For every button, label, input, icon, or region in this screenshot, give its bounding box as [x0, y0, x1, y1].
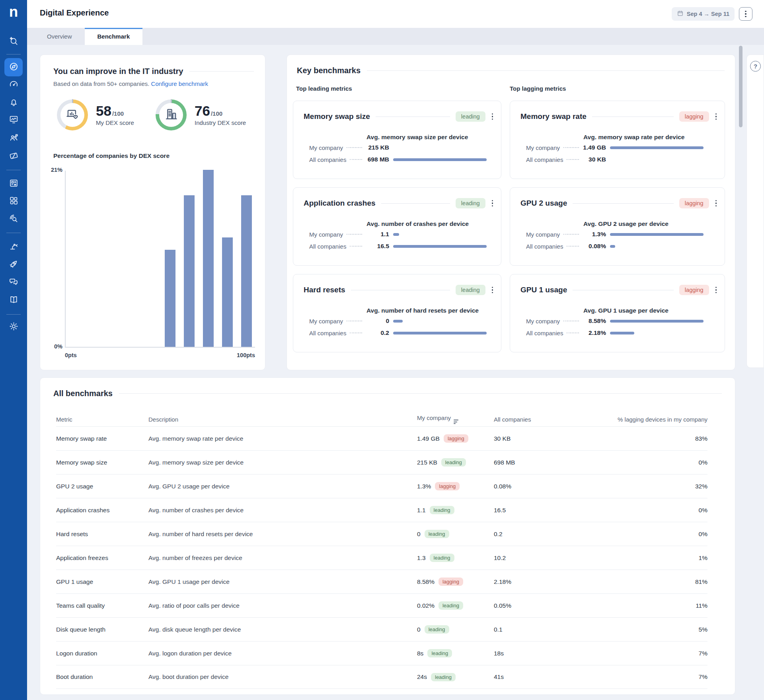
all-companies-cell: 0.2 — [494, 531, 613, 538]
all-companies-cell: 0.05% — [494, 602, 613, 609]
buildings-icon — [164, 107, 179, 123]
all-benchmarks-title: All benchmarks — [53, 389, 113, 398]
company-label: All companies — [526, 330, 563, 336]
card-kebab-menu-button[interactable] — [491, 199, 494, 207]
metric-card-subtitle: Avg. GPU 2 usage per device — [583, 220, 668, 228]
status-badge: lagging — [439, 578, 463, 586]
sidebar-item-grid-dashboard[interactable] — [4, 175, 23, 193]
divider — [367, 70, 725, 71]
metric-card: Application crashesleadingAvg. number of… — [293, 187, 501, 266]
sidebar-item-tiles-apps[interactable] — [4, 192, 23, 210]
sidebar-item-monitor-chart[interactable] — [4, 111, 23, 129]
pct-lagging-cell: 0% — [613, 507, 707, 514]
chart-bar — [203, 170, 214, 347]
sidebar-item-campaigns-card[interactable] — [4, 147, 23, 165]
improve-summary-panel: You can improve in the IT industry Based… — [40, 54, 265, 370]
chart-bar — [184, 195, 195, 347]
metric-name-cell: Hard resets — [56, 531, 148, 538]
pct-lagging-cell: 7% — [613, 650, 707, 657]
sidebar-item-automation-robot[interactable] — [4, 237, 23, 256]
sidebar-item-gauge[interactable] — [4, 76, 23, 94]
sidebar-item-search-ai[interactable] — [4, 33, 23, 51]
metric-card-subtitle: Avg. number of crashes per device — [366, 220, 469, 228]
column-header--lagging-devices-in-my-company: % lagging devices in my company — [613, 416, 707, 423]
my-company-cell: 1.49 GBlagging — [417, 434, 494, 443]
metric-name-cell: Teams call quality — [56, 602, 148, 609]
kebab-icon — [492, 113, 493, 120]
sidebar-item-radar-search[interactable] — [4, 210, 23, 228]
divider — [381, 203, 450, 204]
value-bar — [610, 320, 704, 323]
kebab-icon — [715, 113, 717, 120]
dotted-leader — [563, 147, 579, 148]
description-cell: Avg. number of crashes per device — [148, 507, 417, 514]
benchmark-row-disk-queue-length: Disk queue lengthAvg. disk queue length … — [56, 617, 707, 641]
company-label: My company — [526, 318, 560, 325]
kebab-icon — [715, 200, 717, 206]
automation-robot-icon — [9, 241, 19, 253]
sidebar-divider — [6, 233, 21, 233]
header-kebab-menu-button[interactable] — [739, 7, 752, 21]
company-label: My company — [526, 231, 560, 238]
pct-lagging-cell: 1% — [613, 554, 707, 562]
date-range-picker[interactable]: Sep 4 → Sep 11 — [672, 7, 735, 21]
card-kebab-menu-button[interactable] — [715, 199, 717, 207]
nexthink-logo[interactable]: n — [0, 3, 27, 21]
sidebar-item-library-book[interactable] — [4, 291, 23, 309]
column-heading: Top lagging metrics — [510, 85, 566, 92]
sidebar-item-chat-bubbles[interactable] — [4, 273, 23, 292]
kebab-icon — [745, 11, 746, 17]
metric-card-title: GPU 2 usage — [520, 199, 567, 208]
benchmark-source-text: Based on data from 50+ companies. — [53, 80, 149, 87]
dotted-leader — [350, 246, 362, 247]
key-benchmarks-panel: Key benchmarks Top leading metricsMemory… — [286, 54, 735, 370]
card-kebab-menu-button[interactable] — [491, 113, 494, 121]
dotted-leader — [347, 321, 362, 321]
sidebar-item-rocket[interactable] — [4, 255, 23, 274]
sidebar-item-settings-gear[interactable] — [4, 318, 23, 336]
value-bar — [393, 320, 403, 323]
all-companies-cell: 0.08% — [494, 483, 613, 490]
people-presentation-icon — [9, 133, 19, 144]
metric-name-cell: Memory swap rate — [56, 435, 148, 442]
column-heading: Top leading metrics — [296, 85, 352, 92]
metric-value: 16.5 — [363, 243, 389, 250]
metric-card-subtitle: Avg. memory swap rate per device — [583, 134, 684, 141]
card-kebab-menu-button[interactable] — [715, 286, 717, 294]
sidebar-item-dex-compass[interactable] — [4, 58, 23, 76]
vertical-scrollbar-thumb[interactable] — [739, 46, 743, 127]
chart-title: Percentage of companies by DEX score — [53, 152, 170, 159]
help-icon[interactable]: ? — [750, 61, 761, 72]
my-company-cell: 0leading — [417, 530, 494, 538]
tab-bar: OverviewBenchmark — [27, 28, 764, 45]
metric-card: Hard resetsleadingAvg. number of hard re… — [293, 274, 501, 352]
gauge-tick — [171, 99, 172, 103]
card-kebab-menu-button[interactable] — [715, 113, 717, 121]
metric-name-cell: Application crashes — [56, 507, 148, 514]
configure-benchmark-link[interactable]: Configure benchmark — [151, 80, 208, 87]
all-companies-cell: 0.1 — [494, 626, 613, 633]
my-company-cell: 8sleading — [417, 649, 494, 657]
description-cell: Avg. boot duration per device — [148, 673, 417, 681]
divider — [189, 71, 254, 72]
score-label: Industry DEX score — [195, 119, 246, 126]
sidebar-item-alerts-bell[interactable] — [4, 93, 23, 112]
status-badge: leading — [456, 198, 485, 208]
sidebar-item-people-presentation[interactable] — [4, 129, 23, 148]
benchmark-row-boot-duration: Boot durationAvg. boot duration per devi… — [56, 665, 707, 689]
card-kebab-menu-button[interactable] — [491, 286, 494, 294]
tab-benchmark[interactable]: Benchmark — [85, 28, 143, 45]
column-header-my-company[interactable]: My company — [417, 414, 494, 424]
metric-value: 8.58% — [580, 317, 606, 325]
gauge-ring — [156, 99, 187, 130]
settings-gear-icon — [9, 321, 19, 333]
tab-overview[interactable]: Overview — [34, 28, 85, 45]
status-badge: leading — [425, 625, 449, 634]
all-companies-cell: 18s — [494, 650, 613, 657]
tiles-apps-icon — [9, 196, 19, 207]
campaigns-card-icon — [9, 151, 19, 162]
metric-value: 1.3% — [580, 231, 606, 238]
divider — [573, 290, 674, 290]
pct-lagging-cell: 7% — [613, 673, 707, 681]
my-company-cell: 215 KBleading — [417, 458, 494, 467]
